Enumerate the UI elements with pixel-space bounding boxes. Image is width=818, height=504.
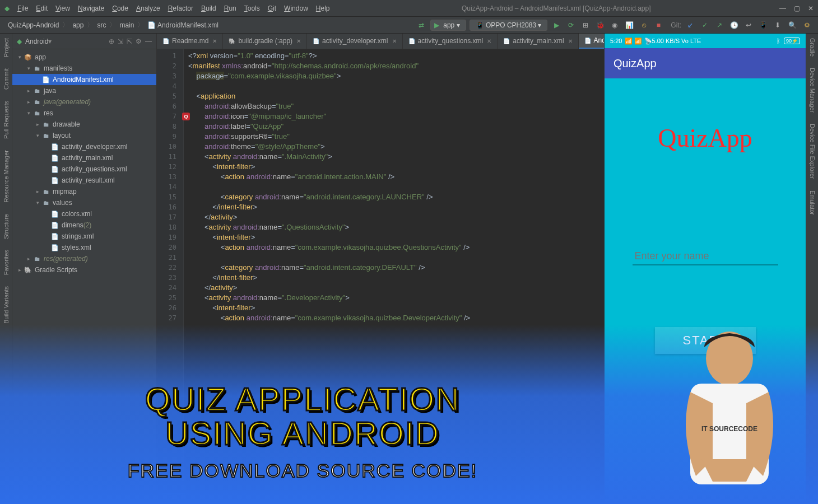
gutter-marker-icon[interactable]: Q xyxy=(182,113,190,120)
expand-icon[interactable]: ⇲ xyxy=(118,38,123,45)
run-icon[interactable]: ▶ xyxy=(552,21,561,30)
code-line[interactable]: android:icon="@mipmap/ic_launcher" xyxy=(188,111,599,122)
code-line[interactable]: <category android:name="android.intent.c… xyxy=(188,192,599,202)
code-line[interactable]: </intent-filter> xyxy=(188,273,599,283)
search-icon[interactable]: 🔍 xyxy=(788,21,797,30)
device-select[interactable]: 📱 OPPO CPH2083 ▾ xyxy=(470,20,548,31)
menu-edit[interactable]: Edit xyxy=(32,3,51,14)
code-line[interactable]: <action android:name="com.example.vikaso… xyxy=(188,242,599,253)
tree-node[interactable]: ▸🖿mipmap xyxy=(12,186,156,197)
crumb[interactable]: 📄 AndroidManifest.xml xyxy=(145,20,220,30)
menu-build[interactable]: Build xyxy=(198,3,220,14)
menu-analyze[interactable]: Analyze xyxy=(133,3,164,14)
name-input[interactable] xyxy=(633,248,778,265)
tool-tab-project[interactable]: Project xyxy=(3,38,10,57)
avd-icon[interactable]: 📱 xyxy=(759,21,768,30)
settings-icon[interactable]: ⚙ xyxy=(802,21,811,30)
code-line[interactable]: android:supportsRtl="true" xyxy=(188,132,599,142)
tree-node[interactable]: 📄colors.xml xyxy=(12,208,156,220)
code-line[interactable] xyxy=(188,253,599,263)
tool-tab-favorites[interactable]: Favorites xyxy=(3,250,10,275)
menu-file[interactable]: File xyxy=(14,3,31,14)
code-line[interactable]: <action android:name="com.example.vikaso… xyxy=(188,313,599,323)
code-line[interactable]: <?xml version="1.0" encoding="utf-8"?> xyxy=(188,51,599,61)
tree-node[interactable]: 📄activity_main.xml xyxy=(12,152,156,164)
git-commit-icon[interactable]: ✓ xyxy=(700,21,709,30)
menu-navigate[interactable]: Navigate xyxy=(75,3,108,14)
gear-icon[interactable]: ⚙ xyxy=(136,38,142,45)
tree-node[interactable]: 📄activity_result.xml xyxy=(12,175,156,186)
tree-node[interactable]: 📄activity_developer.xml xyxy=(12,141,156,152)
crumb[interactable]: main xyxy=(117,20,136,30)
tool-tab-device-manager[interactable]: Device Manager xyxy=(809,68,816,113)
debug-icon[interactable]: 🐞 xyxy=(596,21,605,30)
code-line[interactable] xyxy=(188,182,599,192)
code-line[interactable]: <activity android:name=".MainActivity"> xyxy=(188,152,599,162)
stop-icon[interactable]: ■ xyxy=(654,21,663,30)
editor-mode-tab[interactable]: Text xyxy=(162,493,185,503)
tree-node[interactable]: ▾🖿layout xyxy=(12,130,156,141)
code-line[interactable]: android:label="QuizApp" xyxy=(188,122,599,132)
project-view-select[interactable]: Android xyxy=(25,38,48,45)
tool-tab-resource-manager[interactable]: Resource Manager xyxy=(3,150,10,203)
editor-tab[interactable]: 📄activity_questions.xml✕ xyxy=(403,34,498,49)
code-line[interactable]: package="com.example.vikasojha.quizbee"> xyxy=(188,71,599,81)
menu-code[interactable]: Code xyxy=(109,3,132,14)
coverage-icon[interactable]: ◉ xyxy=(610,21,619,30)
run-config-select[interactable]: app ▾ xyxy=(430,20,466,31)
code-line[interactable]: <intent-filter> xyxy=(188,162,599,172)
close-tab-icon[interactable]: ✕ xyxy=(296,38,301,44)
menu-tools[interactable]: Tools xyxy=(241,3,263,14)
git-update-icon[interactable]: ↙ xyxy=(686,21,695,30)
code-line[interactable]: <intent-filter> xyxy=(188,303,599,313)
git-push-icon[interactable]: ↗ xyxy=(715,21,724,30)
profile-icon[interactable]: ⊞ xyxy=(581,21,590,30)
close-icon[interactable]: ✕ xyxy=(808,4,814,12)
crumb[interactable]: QuizApp-Android xyxy=(6,20,61,30)
tool-tab-build-variants[interactable]: Build Variants xyxy=(3,286,10,324)
tree-node[interactable]: ▸🖿java xyxy=(12,85,156,96)
tree-node[interactable]: ▾📦app xyxy=(12,52,156,63)
sdk-icon[interactable]: ⬇ xyxy=(773,21,782,30)
git-rollback-icon[interactable]: ↩ xyxy=(744,21,753,30)
code-line[interactable]: android:allowBackup="true" xyxy=(188,101,599,111)
code-line[interactable]: </activity> xyxy=(188,212,599,222)
code-line[interactable]: <action android:name="android.intent.act… xyxy=(188,172,599,182)
tool-tab-commit[interactable]: Commit xyxy=(3,68,10,90)
menu-refactor[interactable]: Refactor xyxy=(165,3,197,14)
attach-icon[interactable]: ⎋ xyxy=(639,21,648,30)
menu-window[interactable]: Window xyxy=(281,3,312,14)
code-line[interactable]: <activity android:name=".DeveloperActivi… xyxy=(188,293,599,303)
menu-help[interactable]: Help xyxy=(313,3,333,14)
tree-node[interactable]: ▾🖿manifests xyxy=(12,63,156,74)
code-line[interactable] xyxy=(188,81,599,91)
maximize-icon[interactable]: ▢ xyxy=(794,4,800,12)
menu-run[interactable]: Run xyxy=(221,3,240,14)
select-opened-icon[interactable]: ⊕ xyxy=(109,38,114,45)
tree-node[interactable]: 📄styles.xml xyxy=(12,242,156,253)
editor-tab[interactable]: 📄activity_developer.xml✕ xyxy=(307,34,402,49)
tree-node[interactable]: 📄dimens (2) xyxy=(12,220,156,231)
sync-icon[interactable]: ⇄ xyxy=(417,21,426,30)
crumb[interactable]: src xyxy=(95,20,108,30)
code-line[interactable]: <application xyxy=(188,91,599,101)
tool-tab-device-file-explorer[interactable]: Device File Explorer xyxy=(809,124,816,179)
tool-tab-structure[interactable]: Structure xyxy=(3,214,10,239)
tool-tab-pull-requests[interactable]: Pull Requests xyxy=(3,101,10,139)
code-line[interactable]: android:theme="@style/AppTheme"> xyxy=(188,142,599,152)
menu-git[interactable]: Git xyxy=(264,3,280,14)
close-tab-icon[interactable]: ✕ xyxy=(212,38,217,44)
tree-node[interactable]: ▸🖿drawable xyxy=(12,119,156,130)
code-line[interactable]: <intent-filter> xyxy=(188,232,599,242)
tree-node[interactable]: 📄AndroidManifest.xml xyxy=(12,74,156,85)
git-history-icon[interactable]: 🕓 xyxy=(729,21,738,30)
close-tab-icon[interactable]: ✕ xyxy=(392,38,397,44)
editor-tab[interactable]: 📄AndroidManifest.xml✕ xyxy=(579,34,604,49)
editor-tab[interactable]: 📄activity_main.xml✕ xyxy=(498,34,578,49)
code-line[interactable]: <activity android:name=".QuestionsActivi… xyxy=(188,222,599,232)
tree-node[interactable]: ▸🖿java (generated) xyxy=(12,96,156,108)
profiler-icon[interactable]: 📊 xyxy=(625,21,634,30)
tool-tab-gradle[interactable]: Gradle xyxy=(809,38,816,57)
tree-node[interactable]: ▾🖿values xyxy=(12,197,156,208)
code-line[interactable]: <category android:name="android.intent.c… xyxy=(188,263,599,273)
